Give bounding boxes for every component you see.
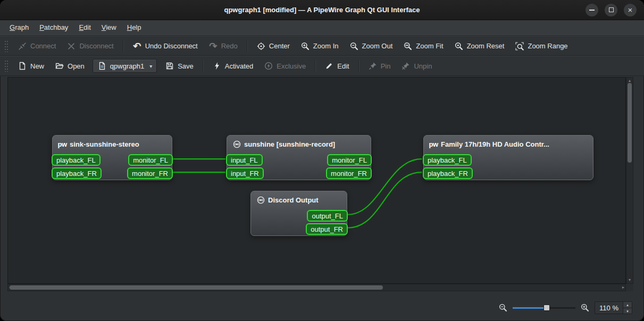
exclusive-label: Exclusive bbox=[277, 62, 306, 70]
horizontal-scrollbar[interactable]: ◂ ▸ bbox=[7, 284, 626, 291]
zoom-spin-down-button[interactable]: ▾ bbox=[623, 308, 632, 314]
unpin-button[interactable]: Unpin bbox=[396, 59, 437, 73]
menu-graph[interactable]: Graph bbox=[4, 20, 34, 36]
node-header: Discord Output bbox=[251, 191, 347, 204]
undo-disconnect-button[interactable]: ↶ Undo Disconnect bbox=[128, 39, 203, 53]
port-input-fr[interactable]: input_FR bbox=[226, 167, 264, 179]
undo-icon: ↶ bbox=[132, 41, 142, 51]
port-monitor-fr[interactable]: monitor_FR bbox=[326, 167, 372, 179]
zoom-in-icon bbox=[300, 41, 310, 51]
record-icon bbox=[232, 140, 241, 148]
zoom-fit-label: Zoom Fit bbox=[416, 42, 443, 50]
close-icon: × bbox=[628, 6, 633, 14]
record-icon bbox=[256, 196, 265, 204]
exclusive-bolt-icon bbox=[264, 61, 273, 71]
node-title: sunshine [sunshine-record] bbox=[244, 140, 335, 148]
zoom-slider[interactable] bbox=[513, 303, 575, 312]
edit-button[interactable]: Edit bbox=[320, 59, 354, 73]
zoom-range-icon bbox=[515, 41, 524, 51]
center-button[interactable]: Center bbox=[252, 39, 295, 53]
toolbar-drag-handle[interactable] bbox=[4, 60, 9, 72]
disconnect-icon bbox=[66, 41, 76, 51]
node-sunshine[interactable]: sunshine [sunshine-record] input_FL inpu… bbox=[227, 135, 371, 180]
open-button[interactable]: Open bbox=[50, 59, 89, 73]
menu-edit[interactable]: Edit bbox=[73, 20, 96, 36]
connections-layer bbox=[8, 78, 625, 283]
titlebar[interactable]: qpwgraph1 [modified] — A PipeWire Graph … bbox=[0, 0, 644, 20]
zoom-slider-handle[interactable] bbox=[543, 305, 550, 311]
zoom-reset-button[interactable]: Zoom Reset bbox=[449, 39, 509, 53]
vertical-scrollbar[interactable]: ▴ ▾ bbox=[626, 77, 633, 284]
port-playback-fr[interactable]: playback_FR bbox=[52, 167, 102, 179]
scroll-down-icon[interactable]: ▾ bbox=[626, 278, 633, 282]
zoom-reset-label: Zoom Reset bbox=[467, 42, 505, 50]
node-title: Discord Output bbox=[268, 196, 319, 204]
minimize-icon bbox=[589, 10, 595, 11]
redo-button[interactable]: ↷ Redo bbox=[204, 39, 242, 53]
qpwgraph-window: qpwgraph1 [modified] — A PipeWire Graph … bbox=[0, 0, 644, 321]
exclusive-button[interactable]: Exclusive bbox=[259, 59, 311, 73]
patchbay-select[interactable]: qpwgraph1 ▾ bbox=[93, 59, 157, 73]
wire-output-fr-to-playback-fr[interactable] bbox=[348, 172, 422, 227]
vertical-scrollbar-thumb[interactable] bbox=[628, 83, 632, 163]
close-button[interactable]: × bbox=[624, 4, 637, 16]
toolbar-separator bbox=[315, 60, 315, 72]
scroll-up-icon[interactable]: ▴ bbox=[626, 79, 633, 83]
save-icon bbox=[165, 61, 174, 71]
menu-view[interactable]: View bbox=[96, 20, 122, 36]
zoom-spin-up-button[interactable]: ▴ bbox=[623, 302, 632, 308]
new-button[interactable]: New bbox=[13, 59, 49, 73]
main-area: pw sink-sunshine-stereo playback_FL play… bbox=[0, 76, 644, 299]
activated-label: Activated bbox=[225, 62, 253, 70]
port-monitor-fr[interactable]: monitor_FR bbox=[127, 167, 173, 179]
chevron-down-icon: ▾ bbox=[149, 63, 152, 69]
minimize-button[interactable] bbox=[586, 4, 598, 16]
zoom-fit-button[interactable]: Zoom Fit bbox=[398, 39, 448, 53]
horizontal-scrollbar-thumb[interactable] bbox=[10, 285, 383, 290]
port-playback-fl[interactable]: playback_FL bbox=[52, 154, 101, 166]
maximize-icon bbox=[609, 7, 614, 12]
zoom-in-label: Zoom In bbox=[313, 42, 339, 50]
port-monitor-fl[interactable]: monitor_FL bbox=[128, 154, 173, 166]
zoom-fit-icon bbox=[403, 41, 413, 51]
port-input-fl[interactable]: input_FL bbox=[226, 154, 263, 166]
undo-disconnect-label: Undo Disconnect bbox=[145, 42, 198, 50]
port-output-fl[interactable]: output_FL bbox=[307, 210, 348, 222]
menu-help[interactable]: Help bbox=[122, 20, 147, 36]
node-sink-sunshine-stereo[interactable]: pw sink-sunshine-stereo playback_FL play… bbox=[52, 135, 172, 180]
node-header: pw sink-sunshine-stereo bbox=[53, 136, 172, 148]
zoom-out-icon bbox=[349, 41, 359, 51]
menu-patchbay[interactable]: Patchbay bbox=[34, 20, 73, 36]
node-title: sink-sunshine-stereo bbox=[70, 140, 139, 148]
port-output-fr[interactable]: output_FR bbox=[306, 223, 348, 235]
open-label: Open bbox=[68, 62, 85, 70]
port-playback-fr[interactable]: playback_FR bbox=[423, 167, 473, 179]
zoom-in-button[interactable]: Zoom In bbox=[296, 39, 344, 53]
save-button[interactable]: Save bbox=[160, 59, 198, 73]
port-playback-fl[interactable]: playback_FL bbox=[423, 154, 472, 166]
zoom-range-button[interactable]: Zoom Range bbox=[510, 39, 572, 53]
pin-icon bbox=[368, 61, 378, 71]
open-folder-icon bbox=[55, 61, 64, 71]
node-discord-output[interactable]: Discord Output output_FL output_FR bbox=[250, 191, 347, 236]
zoom-in-icon[interactable] bbox=[581, 303, 589, 312]
maximize-button[interactable] bbox=[605, 4, 617, 16]
disconnect-button[interactable]: Disconnect bbox=[62, 39, 118, 53]
node-family-hd-audio[interactable]: pw Family 17h/19h HD Audio Contr... play… bbox=[423, 135, 593, 180]
connect-button[interactable]: Connect bbox=[13, 39, 61, 53]
toolbar-separator bbox=[247, 40, 247, 52]
activated-button[interactable]: Activated bbox=[207, 59, 258, 73]
toolbar-drag-handle[interactable] bbox=[4, 40, 9, 52]
scrollbar-corner bbox=[626, 284, 633, 291]
port-monitor-fl[interactable]: monitor_FL bbox=[327, 154, 372, 166]
zoom-value[interactable]: 110 % bbox=[595, 302, 623, 314]
scroll-right-icon[interactable]: ▸ bbox=[622, 285, 624, 290]
menubar: Graph Patchbay Edit View Help bbox=[0, 20, 644, 36]
graph-canvas[interactable]: pw sink-sunshine-stereo playback_FL play… bbox=[7, 77, 626, 284]
pin-button[interactable]: Pin bbox=[363, 59, 396, 73]
zoom-out-button[interactable]: Zoom Out bbox=[345, 39, 398, 53]
activated-bolt-icon bbox=[212, 61, 222, 71]
zoom-out-icon[interactable] bbox=[499, 303, 507, 312]
zoom-spinbox[interactable]: 110 % ▴ ▾ bbox=[595, 301, 632, 314]
unpin-label: Unpin bbox=[414, 62, 432, 70]
